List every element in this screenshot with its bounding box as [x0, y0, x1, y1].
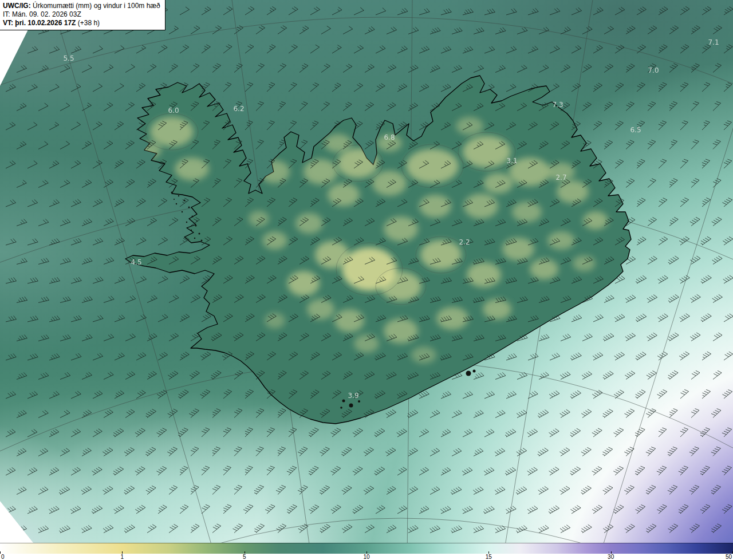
colorbar-tick-mark: [245, 551, 245, 554]
colorbar-tick-mark: [611, 551, 612, 554]
weather-map: 5.57.17.06.06.27.36.56.83.12.72.24.53.9 …: [0, 0, 733, 560]
valid-time-line: VT: þri. 10.02.2026 17Z (+38 h): [3, 19, 160, 27]
product-code: UWC/IG:: [3, 2, 31, 10]
colorbar-tick-label: 15: [486, 554, 492, 560]
map-title-box: UWC/IG: Úrkomumætti (mm) og vindur i 100…: [0, 0, 165, 30]
map-title-line: UWC/IG: Úrkomumætti (mm) og vindur i 100…: [3, 2, 160, 10]
valid-time: VT: þri. 10.02.2026 17Z: [3, 19, 76, 27]
colorbar-tick-mark: [488, 551, 489, 554]
colorbar-tick-labels: 01510153050: [0, 554, 733, 560]
lead-time: (+38 h): [76, 19, 100, 27]
colorbar-tick-label: 0: [1, 554, 5, 560]
product-title: Úrkomumætti (mm) og vindur i 100m hæð: [31, 2, 160, 10]
colorbar: 01510153050: [0, 543, 733, 560]
init-time-line: IT: Mán. 09. 02. 2026 03Z: [3, 10, 160, 19]
map-corner-wedge-top-left: [0, 29, 29, 86]
colorbar-tick-mark: [0, 551, 1, 554]
colorbar-tick-label: 50: [726, 554, 732, 560]
colorbar-tick-mark: [366, 551, 367, 554]
colorbar-tick-mark: [122, 551, 123, 554]
map-corner-wedge-bottom-left: [0, 501, 33, 543]
colorbar-tick-label: 10: [363, 554, 369, 560]
colorbar-tick-label: 1: [121, 554, 124, 560]
colorbar-tick-label: 5: [243, 554, 246, 560]
colorbar-tick-label: 30: [608, 554, 614, 560]
map-overlay-svg: [0, 0, 733, 560]
